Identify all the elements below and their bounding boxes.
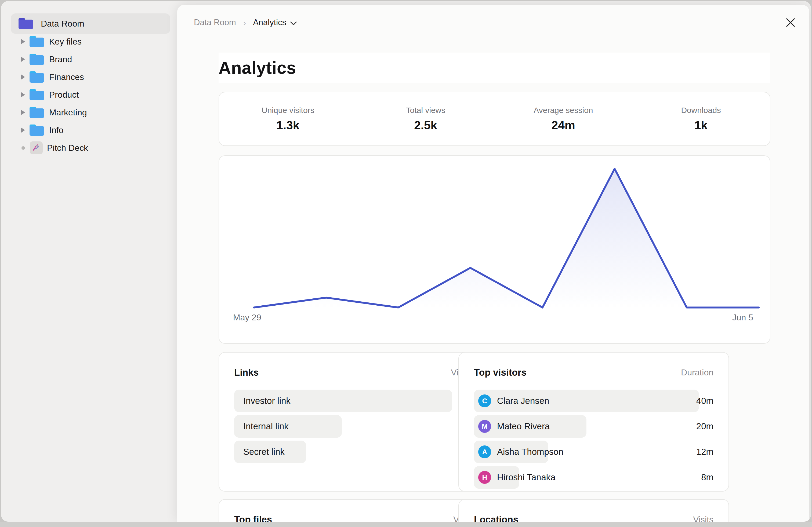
- sidebar-item-finances[interactable]: Finances: [11, 68, 170, 86]
- visitor-bar: CClara Jensen: [474, 390, 699, 412]
- visitor-name: Hiroshi Tanaka: [497, 472, 555, 482]
- sidebar-item-brand[interactable]: Brand: [11, 50, 170, 68]
- stat-unique-visitors: Unique visitors1.3k: [219, 92, 357, 146]
- locations-value-header: Visits: [693, 515, 713, 522]
- link-row-secret-link[interactable]: Secret link5: [234, 441, 474, 463]
- link-bar: Investor link: [234, 390, 452, 412]
- folder-icon: [29, 71, 44, 83]
- stat-total-views: Total views2.5k: [357, 92, 495, 146]
- sidebar-item-product[interactable]: Product: [11, 86, 170, 104]
- stat-value: 2.5k: [414, 119, 437, 132]
- bullet-dot-icon: [21, 146, 25, 150]
- visitors-header: Top visitors Duration: [474, 366, 713, 378]
- folder-icon: [29, 89, 44, 101]
- stat-label: Total views: [406, 106, 446, 115]
- avatar: A: [478, 446, 491, 458]
- visitors-value-header: Duration: [681, 367, 713, 378]
- main-panel: Data Room › Analytics Analytics Unique v…: [177, 5, 809, 522]
- visitor-bar: MMateo Rivera: [474, 415, 586, 438]
- avatar: M: [478, 420, 491, 433]
- links-title: Links: [234, 367, 259, 378]
- title-band: Analytics: [219, 52, 770, 83]
- links-header: Links Views: [234, 366, 474, 378]
- visitor-row-aisha-thompson[interactable]: AAisha Thompson12m: [474, 441, 713, 463]
- link-row-investor-link[interactable]: Investor link56: [234, 390, 474, 412]
- visitor-name: Mateo Rivera: [497, 421, 550, 432]
- breadcrumb-parent[interactable]: Data Room: [194, 18, 236, 27]
- disclosure-triangle-icon[interactable]: [21, 39, 25, 44]
- x-axis-end-label: Jun 5: [732, 313, 753, 322]
- visitor-bar: HHiroshi Tanaka: [474, 466, 519, 488]
- folder-icon: [29, 124, 44, 136]
- folder-icon: [18, 17, 33, 30]
- chevron-right-icon: ›: [243, 17, 246, 28]
- link-label: Secret link: [243, 447, 285, 457]
- link-label: Investor link: [243, 396, 291, 406]
- sidebar-item-label: Info: [49, 125, 63, 135]
- breadcrumb-current-label: Analytics: [253, 18, 286, 27]
- visitor-duration-value: 8m: [701, 466, 713, 488]
- top-files-title: Top files: [234, 514, 272, 522]
- sidebar-item-label: Finances: [49, 72, 84, 82]
- desktop-strip: [0, 522, 812, 527]
- stat-label: Downloads: [681, 106, 721, 115]
- chart-x-axis: May 29 Jun 5: [233, 313, 753, 322]
- close-button[interactable]: [784, 16, 798, 30]
- visitor-duration-value: 40m: [696, 390, 713, 412]
- chevron-down-icon: [290, 21, 297, 26]
- sidebar-item-info[interactable]: Info: [11, 121, 170, 139]
- links-rows: Investor link56Internal link15Secret lin…: [234, 390, 474, 463]
- folder-icon: [29, 106, 44, 119]
- sidebar-item-label: Brand: [49, 55, 72, 64]
- stat-value: 1.3k: [277, 119, 300, 132]
- stats-card: Unique visitors1.3kTotal views2.5kAverag…: [219, 92, 770, 146]
- link-bar: Secret link: [234, 441, 306, 463]
- sidebar-item-label: Pitch Deck: [47, 143, 88, 153]
- locations-header: Locations Visits: [474, 514, 713, 522]
- x-axis-start-label: May 29: [233, 313, 261, 322]
- avatar: H: [478, 471, 491, 484]
- sidebar-item-key-files[interactable]: Key files: [11, 33, 170, 50]
- disclosure-triangle-icon[interactable]: [21, 110, 25, 115]
- avatar: C: [478, 394, 491, 407]
- pitch-deck-thumbnail-icon: [30, 141, 43, 154]
- sidebar-item-pitch-deck[interactable]: Pitch Deck: [11, 139, 170, 157]
- disclosure-triangle-icon[interactable]: [21, 57, 25, 62]
- visitor-duration-value: 12m: [696, 441, 713, 463]
- sidebar-item-label: Data Room: [41, 19, 84, 29]
- folder-icon: [29, 35, 44, 48]
- app-window: Data Room Key filesBrandFinancesProductM…: [1, 1, 811, 522]
- visits-chart-card: May 29 Jun 5: [219, 155, 770, 344]
- sidebar-item-data-room[interactable]: Data Room: [11, 13, 170, 34]
- sidebar-item-label: Marketing: [49, 108, 87, 118]
- top-visitors-card: Top visitors Duration CClara Jensen40mMM…: [458, 352, 729, 492]
- visitor-row-mateo-rivera[interactable]: MMateo Rivera20m: [474, 415, 713, 438]
- folder-icon: [29, 53, 44, 65]
- screen: Data Room Key filesBrandFinancesProductM…: [0, 0, 812, 527]
- visitor-name: Aisha Thompson: [497, 447, 563, 457]
- visitor-bar: AAisha Thompson: [474, 441, 548, 463]
- locations-card: Locations Visits: [458, 499, 729, 522]
- visitor-name: Clara Jensen: [497, 396, 549, 406]
- top-files-card: Top files Visits: [219, 499, 489, 522]
- links-card: Links Views Investor link56Internal link…: [219, 352, 489, 492]
- visitor-duration-value: 20m: [696, 415, 713, 438]
- top-files-header: Top files Visits: [234, 514, 474, 522]
- page-title: Analytics: [219, 58, 296, 78]
- disclosure-triangle-icon[interactable]: [21, 127, 25, 133]
- visitors-rows: CClara Jensen40mMMateo Rivera20mAAisha T…: [474, 390, 713, 492]
- locations-title: Locations: [474, 514, 518, 522]
- disclosure-triangle-icon[interactable]: [21, 74, 25, 80]
- sidebar-item-label: Key files: [49, 37, 82, 47]
- stat-label: Unique visitors: [262, 106, 315, 115]
- sidebar: Data Room Key filesBrandFinancesProductM…: [1, 1, 177, 522]
- breadcrumb-current[interactable]: Analytics: [253, 18, 297, 27]
- stat-downloads: Downloads1k: [632, 92, 770, 146]
- sidebar-item-marketing[interactable]: Marketing: [11, 104, 170, 121]
- disclosure-triangle-icon[interactable]: [21, 92, 25, 97]
- stat-average-session: Average session24m: [495, 92, 632, 146]
- visitors-title: Top visitors: [474, 367, 526, 378]
- visitor-row-hiroshi-tanaka[interactable]: HHiroshi Tanaka8m: [474, 466, 713, 488]
- visitor-row-clara-jensen[interactable]: CClara Jensen40m: [474, 390, 713, 412]
- link-row-internal-link[interactable]: Internal link15: [234, 415, 474, 438]
